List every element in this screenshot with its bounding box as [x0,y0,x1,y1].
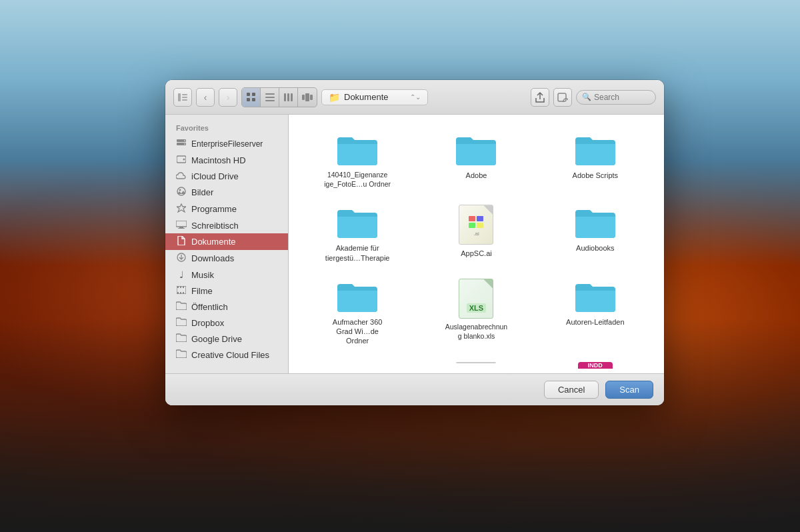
list-item[interactable]: Audiobooks [537,198,653,269]
svg-rect-5 [252,93,255,96]
view-coverflow-button[interactable] [298,88,317,107]
svg-point-23 [184,143,185,145]
movies-icon [176,285,187,296]
list-item[interactable]: Autoren-Leitfaden [537,272,653,353]
svg-point-22 [184,140,185,141]
sidebar-item-offentlich[interactable]: Öffentlich [165,299,288,315]
cancel-button[interactable]: Cancel [544,381,599,399]
sidebar-label-google-drive: Google Drive [191,334,242,344]
sidebar-item-downloads[interactable]: Downloads [165,250,288,267]
photos-icon [176,187,187,198]
list-item[interactable]: Akademie fürtiergestü…Therapie [299,198,415,269]
file-name-4: Akademie fürtiergestü…Therapie [325,243,390,263]
file-grid: 140410_Eigenanzeige_FotoE…u Ordner Adobe… [289,115,664,373]
sidebar-label-filme: Filme [191,286,213,296]
sidebar-label-dokumente: Dokumente [191,237,235,247]
scan-button[interactable]: Scan [605,381,653,399]
sidebar-label-musik: Musik [191,270,214,280]
sidebar-label-programme: Programme [191,204,237,214]
sidebar-toggle-button[interactable] [173,88,192,107]
svg-rect-11 [284,93,286,101]
folder-icon-2 [455,132,497,167]
harddrive-icon [176,155,187,165]
svg-rect-3 [182,99,187,101]
search-input[interactable] [594,93,647,102]
file-name-9: Autoren-Leitfaden [566,317,624,327]
list-item[interactable]: Aufmacher 360Grad Wi…de Ordner [299,272,415,353]
location-arrow-icon: ⌃⌄ [410,93,421,101]
back-button[interactable]: ‹ [196,88,215,107]
svg-rect-29 [179,227,183,228]
location-bar[interactable]: 📁 Dokumente ⌃⌄ [321,89,428,105]
list-item[interactable]: INDD Adobe [537,355,653,369]
sidebar-item-macintosh-hd[interactable]: Macintosh HD [165,152,288,168]
file-name-3: Adobe Scripts [573,171,618,180]
svg-rect-33 [177,286,179,288]
svg-rect-13 [291,93,293,101]
svg-rect-0 [178,93,181,101]
svg-rect-2 [182,97,187,98]
apps-icon [176,203,187,215]
sidebar-item-google-drive[interactable]: Google Drive [165,331,288,347]
bottom-bar: Cancel Scan [165,373,664,405]
sidebar-item-schreibtisch[interactable]: Schreibtisch [165,217,288,233]
svg-point-27 [179,189,181,191]
sidebar-label-macintosh-hd: Macintosh HD [191,155,246,165]
svg-rect-10 [265,100,275,101]
list-item[interactable]: XLS Auslagenabrechnung blanko.xls [418,272,534,353]
sidebar-label-downloads: Downloads [191,253,234,263]
sidebar-item-filme[interactable]: Filme [165,283,288,299]
sidebar-label-creative-cloud-files: Creative Cloud Files [191,350,269,360]
back-icon: ‹ [204,92,207,103]
svg-rect-12 [287,93,289,101]
folder-icon-7 [336,279,379,313]
toolbar: ‹ › [165,80,664,115]
sidebar-item-musik[interactable]: ♩ Musik [165,267,288,283]
sidebar-label-dropbox: Dropbox [191,318,224,328]
desktop-icon [176,220,187,231]
svg-rect-18 [558,93,566,101]
tag-button[interactable] [553,88,572,107]
svg-rect-9 [265,97,275,98]
svg-rect-30 [178,228,185,229]
sidebar-item-dokumente[interactable]: Dokumente [165,233,288,250]
svg-rect-8 [265,93,275,95]
svg-rect-35 [183,286,184,288]
list-item[interactable] [299,355,415,369]
list-item[interactable]: Adobe Scripts [537,125,653,195]
list-item[interactable]: .ai AppSC.ai [418,198,534,269]
svg-rect-7 [252,98,255,101]
svg-point-25 [183,159,185,161]
file-name-8: Auslagenabrechnung blanko.xls [445,323,507,341]
view-icon-button[interactable] [242,88,261,107]
sidebar-item-programme[interactable]: Programme [165,201,288,217]
folder-icon-3 [574,132,617,167]
creative-cloud-folder-icon [176,349,187,360]
sidebar-item-bilder[interactable]: Bilder [165,184,288,201]
music-icon: ♩ [176,269,187,280]
svg-rect-38 [183,292,184,294]
sidebar-item-enterprisefileserver[interactable]: EnterpriseFileserver [165,136,288,152]
dropbox-folder-icon [176,317,187,328]
file-name-1: 140410_Eigenanzeige_FotoE…u Ordner [324,171,391,189]
list-item[interactable]: Adobe [418,125,534,195]
location-label: Dokumente [344,92,406,102]
view-list-button[interactable] [261,88,279,107]
view-columns-button[interactable] [279,88,298,107]
folder-icon-4 [336,205,379,239]
sidebar-label-icloud-drive: iCloud Drive [191,171,239,181]
list-item[interactable] [418,355,534,369]
file-name-6: Audiobooks [576,243,615,253]
forward-icon: › [227,92,230,103]
svg-rect-36 [177,292,179,294]
list-item[interactable]: 140410_Eigenanzeige_FotoE…u Ordner [299,125,415,195]
svg-rect-14 [302,95,305,100]
folder-icon-9 [574,279,617,313]
forward-button[interactable]: › [219,88,237,107]
sidebar-item-creative-cloud-files[interactable]: Creative Cloud Files [165,347,288,363]
documents-icon [176,236,187,247]
sidebar-item-dropbox[interactable]: Dropbox [165,315,288,331]
search-bar[interactable]: 🔍 [576,90,656,105]
share-button[interactable] [531,88,549,107]
sidebar-item-icloud-drive[interactable]: iCloud Drive [165,168,288,184]
